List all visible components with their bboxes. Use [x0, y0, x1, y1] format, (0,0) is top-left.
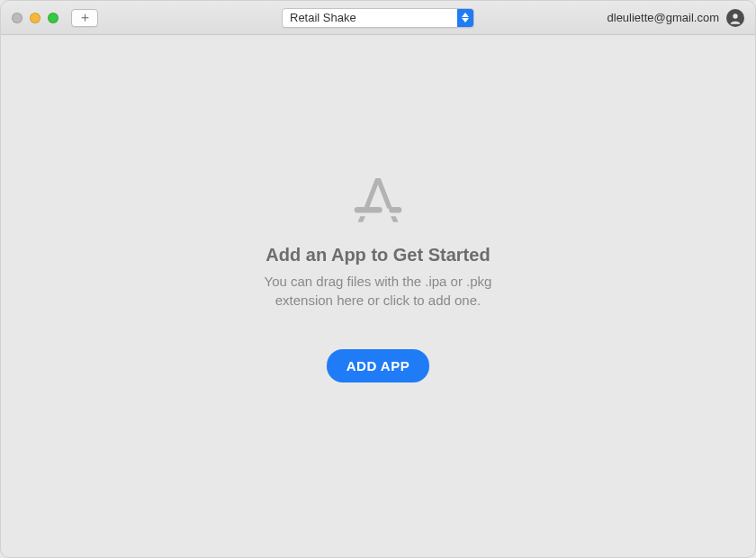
- updown-chevron-icon: [457, 9, 473, 27]
- close-window-button[interactable]: [12, 13, 22, 23]
- plus-icon: ＋: [78, 9, 92, 26]
- app-selector-wrap: Retail Shake: [282, 8, 474, 28]
- add-app-button[interactable]: ADD APP: [327, 349, 429, 382]
- empty-state: Add an App to Get Started You can drag f…: [1, 35, 755, 557]
- account-avatar-icon: [726, 9, 744, 27]
- window-titlebar: ＋ Retail Shake dleuliette@gmail.com: [1, 1, 755, 35]
- app-store-icon: [351, 174, 405, 223]
- svg-point-0: [733, 14, 737, 18]
- app-selector-label: Retail Shake: [283, 9, 457, 27]
- minimize-window-button[interactable]: [30, 13, 40, 23]
- window-controls: [12, 13, 58, 23]
- svg-rect-2: [389, 207, 401, 213]
- maximize-window-button[interactable]: [48, 13, 58, 23]
- account-email: dleuliette@gmail.com: [608, 11, 719, 24]
- svg-rect-1: [355, 207, 382, 213]
- empty-state-heading: Add an App to Get Started: [266, 245, 490, 266]
- empty-state-subtext: You can drag files with the .ipa or .pkg…: [234, 273, 522, 310]
- app-selector-dropdown[interactable]: Retail Shake: [282, 8, 474, 28]
- add-tab-button[interactable]: ＋: [71, 9, 98, 27]
- account-area[interactable]: dleuliette@gmail.com: [608, 9, 744, 27]
- add-app-button-label: ADD APP: [346, 358, 410, 374]
